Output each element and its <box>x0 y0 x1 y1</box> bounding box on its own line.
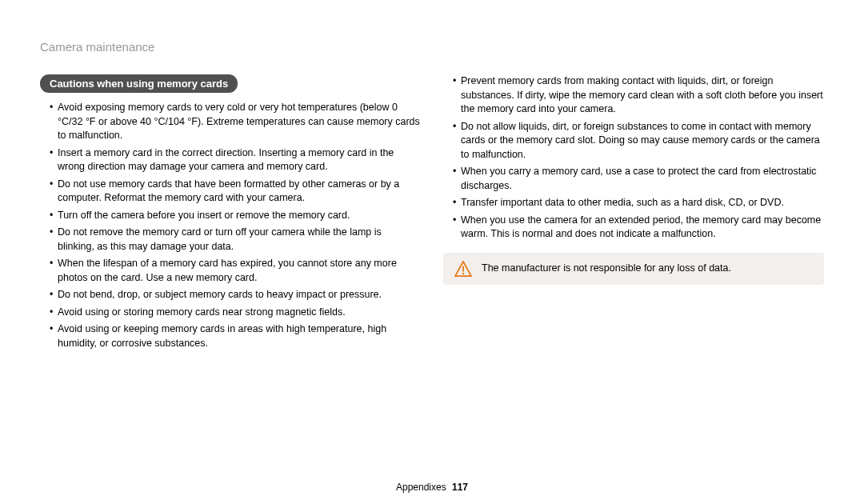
list-item: Insert a memory card in the correct dire… <box>50 146 421 174</box>
list-item: Prevent memory cards from making contact… <box>453 74 824 117</box>
list-item: Transfer important data to other media, … <box>453 196 824 210</box>
page-footer: Appendixes 117 <box>0 482 864 493</box>
list-item: When you use the camera for an extended … <box>453 214 824 242</box>
svg-point-1 <box>462 272 464 274</box>
right-bullet-list: Prevent memory cards from making contact… <box>443 74 824 242</box>
two-column-layout: Cautions when using memory cards Avoid e… <box>40 74 824 354</box>
page-header-title: Camera maintenance <box>40 40 824 54</box>
list-item: Do not remove the memory card or turn of… <box>50 226 421 254</box>
caution-note-box: The manufacturer is not responsible for … <box>443 253 824 285</box>
list-item: Turn off the camera before you insert or… <box>50 209 421 223</box>
left-bullet-list: Avoid exposing memory cards to very cold… <box>40 101 421 350</box>
list-item: Avoid using or keeping memory cards in a… <box>50 322 421 350</box>
list-item: Do not bend, drop, or subject memory car… <box>50 288 421 302</box>
footer-page-number: 117 <box>452 482 468 493</box>
list-item: Avoid using or storing memory cards near… <box>50 306 421 320</box>
footer-section-label: Appendixes <box>396 482 446 493</box>
section-heading: Cautions when using memory cards <box>40 74 238 93</box>
list-item: Do not use memory cards that have been f… <box>50 178 421 206</box>
list-item: When the lifespan of a memory card has e… <box>50 257 421 285</box>
list-item: Avoid exposing memory cards to very cold… <box>50 101 421 143</box>
warning-icon <box>454 261 472 277</box>
right-column: Prevent memory cards from making contact… <box>443 74 824 354</box>
page-content: Camera maintenance Cautions when using m… <box>0 0 864 354</box>
list-item: When you carry a memory card, use a case… <box>453 165 824 193</box>
note-text: The manufacturer is not responsible for … <box>482 262 731 276</box>
list-item: Do not allow liquids, dirt, or foreign s… <box>453 120 824 162</box>
left-column: Cautions when using memory cards Avoid e… <box>40 74 421 354</box>
